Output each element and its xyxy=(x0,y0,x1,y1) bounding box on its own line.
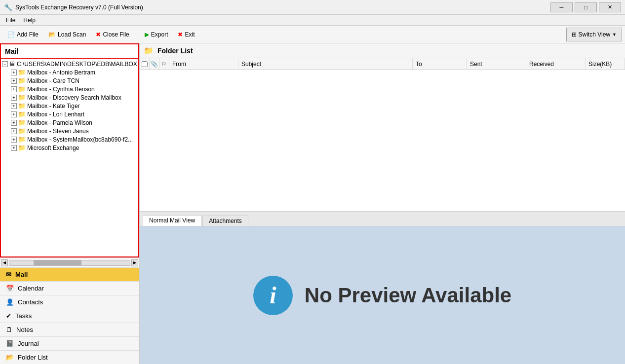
expand-antonio[interactable]: + xyxy=(11,70,17,75)
expand-lori[interactable]: + xyxy=(11,111,17,117)
col-size-header[interactable]: Size(KB) xyxy=(586,58,625,70)
folder-list-title: Folder List xyxy=(157,47,193,55)
mail-nav-label: Mail xyxy=(15,271,28,278)
root-expand[interactable]: - xyxy=(2,61,8,67)
select-all-checkbox[interactable] xyxy=(142,61,148,67)
load-scan-icon: 📂 xyxy=(48,31,56,38)
app-icon: 🔧 xyxy=(4,3,12,11)
mail-nav-icon: ✉ xyxy=(6,271,11,278)
title-bar-controls: ─ □ ✕ xyxy=(550,2,621,12)
label-antonio: Mailbox - Antonio Bertram xyxy=(27,69,95,76)
journal-nav-icon: 📓 xyxy=(6,340,14,347)
h-scrollbar-thumb[interactable] xyxy=(34,260,82,265)
col-to-header[interactable]: To xyxy=(413,58,467,70)
label-msexchange: Microsoft Exchange xyxy=(27,145,79,151)
tree-item-lori[interactable]: + 📁 Mailbox - Lori Lenhart xyxy=(1,110,138,118)
folder-list-nav-label: Folder List xyxy=(18,354,48,361)
nav-contacts[interactable]: 👤 Contacts xyxy=(0,295,139,309)
bottom-nav: ✉ Mail 📅 Calendar 👤 Contacts ✔ Tasks 🗒 N… xyxy=(0,267,139,364)
h-scroll-area[interactable]: ◀ ▶ xyxy=(0,257,139,267)
close-button[interactable]: ✕ xyxy=(599,2,621,12)
tree-item-cynthia[interactable]: + 📁 Mailbox - Cynthia Benson xyxy=(1,85,138,93)
tree-item-antonio[interactable]: + 📁 Mailbox - Antonio Bertram xyxy=(1,68,138,76)
col-to-label: To xyxy=(416,61,422,68)
expand-discovery[interactable]: + xyxy=(11,95,17,101)
close-file-button[interactable]: ✖ Close File xyxy=(91,28,133,41)
col-flag-header[interactable]: 🏳 xyxy=(159,58,169,70)
info-icon: i xyxy=(253,276,293,315)
label-kate: Mailbox - Kate Tiger xyxy=(27,103,80,109)
label-cynthia: Mailbox - Cynthia Benson xyxy=(27,86,95,93)
exit-label: Exit xyxy=(185,31,195,38)
nav-notes[interactable]: 🗒 Notes xyxy=(0,323,139,336)
col-check[interactable] xyxy=(140,58,150,70)
scroll-right-btn[interactable]: ▶ xyxy=(131,259,138,266)
folder-list-nav-icon: 📂 xyxy=(6,354,14,361)
tree-item-msexchange[interactable]: + 📁 Microsoft Exchange xyxy=(1,144,138,152)
switch-view-arrow: ▼ xyxy=(612,32,617,37)
title-bar: 🔧 SysTools Exchange Recovery v7.0 (Full … xyxy=(0,0,625,15)
export-label: Export xyxy=(151,31,168,38)
tree-item-discovery[interactable]: + 📁 Mailbox - Discovery Search Mailbox xyxy=(1,93,138,102)
notes-nav-icon: 🗒 xyxy=(6,326,12,333)
nav-mail[interactable]: ✉ Mail xyxy=(0,267,139,281)
tree-item-system[interactable]: + 📁 Mailbox - SystemMailbox{bc8ab690-f2.… xyxy=(1,135,138,144)
mailbox-icon-kate: 📁 xyxy=(18,102,26,109)
close-file-icon: ✖ xyxy=(96,31,101,38)
expand-cynthia[interactable]: + xyxy=(11,86,17,92)
switch-view-button[interactable]: ⊞ Switch View ▼ xyxy=(566,28,622,41)
tree-root[interactable]: - 🖥 C:\USERS\ADMIN\DESKTOP\EDB\MAILBOX xyxy=(1,60,138,68)
col-from-label: From xyxy=(172,61,186,68)
title-bar-text: SysTools Exchange Recovery v7.0 (Full Ve… xyxy=(15,4,550,11)
tree-view[interactable]: - 🖥 C:\USERS\ADMIN\DESKTOP\EDB\MAILBOX +… xyxy=(0,59,139,257)
h-scrollbar-track[interactable] xyxy=(9,260,130,266)
label-care: Mailbox - Care TCN xyxy=(27,77,79,84)
load-scan-label: Load Scan xyxy=(58,31,86,38)
tab-normal-mail-view[interactable]: Normal Mail View xyxy=(143,215,201,226)
load-scan-button[interactable]: 📂 Load Scan xyxy=(44,28,90,41)
expand-steven[interactable]: + xyxy=(11,128,17,134)
tree-item-pamela[interactable]: + 📁 Mailbox - Pamela Wilson xyxy=(1,118,138,127)
drive-icon: 🖥 xyxy=(9,60,15,68)
expand-msexchange[interactable]: + xyxy=(11,145,17,151)
col-received-header[interactable]: Received xyxy=(526,58,586,70)
add-file-button[interactable]: 📄 Add File xyxy=(3,28,43,41)
exit-icon: ✖ xyxy=(178,31,183,38)
expand-kate[interactable]: + xyxy=(11,103,17,109)
calendar-nav-label: Calendar xyxy=(18,285,44,292)
col-subject-header[interactable]: Subject xyxy=(238,58,413,70)
table-body[interactable] xyxy=(140,70,625,211)
exit-button[interactable]: ✖ Exit xyxy=(173,28,199,41)
expand-system[interactable]: + xyxy=(11,137,17,143)
nav-journal[interactable]: 📓 Journal xyxy=(0,336,139,350)
scroll-left-btn[interactable]: ◀ xyxy=(1,259,8,266)
expand-pamela[interactable]: + xyxy=(11,120,17,126)
nav-calendar[interactable]: 📅 Calendar xyxy=(0,281,139,295)
col-size-label: Size(KB) xyxy=(588,61,612,68)
tab-attachments[interactable]: Attachments xyxy=(202,216,248,226)
menu-file[interactable]: File xyxy=(2,16,19,25)
col-from-header[interactable]: From xyxy=(169,58,238,70)
menu-help[interactable]: Help xyxy=(19,16,39,25)
tab-normal-mail-label: Normal Mail View xyxy=(149,217,195,224)
label-steven: Mailbox - Steven Janus xyxy=(27,128,89,135)
nav-tasks[interactable]: ✔ Tasks xyxy=(0,309,139,323)
mailbox-icon-system: 📁 xyxy=(18,136,26,143)
col-attach-header[interactable]: 📎 xyxy=(150,58,159,70)
tree-item-kate[interactable]: + 📁 Mailbox - Kate Tiger xyxy=(1,102,138,110)
attach-header-icon: 📎 xyxy=(151,61,158,68)
expand-care[interactable]: + xyxy=(11,78,17,84)
maximize-button[interactable]: □ xyxy=(575,2,597,12)
tree-item-care[interactable]: + 📁 Mailbox - Care TCN xyxy=(1,76,138,85)
minimize-button[interactable]: ─ xyxy=(550,2,573,12)
tree-item-steven[interactable]: + 📁 Mailbox - Steven Janus xyxy=(1,127,138,135)
col-sent-label: Sent xyxy=(470,61,482,68)
nav-folder-list[interactable]: 📂 Folder List xyxy=(0,350,139,364)
right-panel: 📁 Folder List 📎 🏳 From Subject To xyxy=(140,43,625,364)
preview-area: i No Preview Available xyxy=(140,226,625,364)
export-button[interactable]: ▶ Export xyxy=(140,28,173,41)
notes-nav-label: Notes xyxy=(16,326,33,333)
mail-header: Mail xyxy=(0,43,139,59)
label-pamela: Mailbox - Pamela Wilson xyxy=(27,119,92,126)
col-sent-header[interactable]: Sent xyxy=(467,58,526,70)
